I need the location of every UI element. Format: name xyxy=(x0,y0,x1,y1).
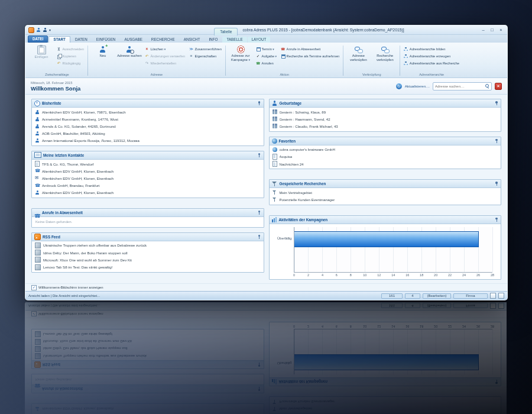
contextual-tab-group[interactable]: Tabelle xyxy=(214,28,238,35)
zusammenfuehren-button[interactable]: Zusammenführen xyxy=(188,46,223,52)
refresh-label[interactable]: Aktualisieren.... xyxy=(405,84,430,88)
list-item[interactable]: Annan International Exports Rossija, Лоп… xyxy=(33,137,262,144)
welcome-screen-checkbox[interactable]: ✓ xyxy=(31,285,37,290)
panel-header-kampagnen[interactable]: Aktivitäten der Kampagnen xyxy=(270,216,501,224)
pin-icon[interactable] xyxy=(257,234,261,239)
adresse-verknuepfen-button[interactable]: Adresse verknüpfen xyxy=(346,44,371,62)
ribbon-tab-tabelle[interactable]: TABELLE xyxy=(222,37,246,43)
panel-header-recherchen[interactable]: Gespeicherte Recherchen xyxy=(270,180,501,188)
ribbon-tab-recherche[interactable]: RECHERCHE xyxy=(147,37,179,43)
list-item[interactable]: Microsoft: Xbox One wird wohl ab Sommer … xyxy=(33,256,262,263)
address-search-input[interactable] xyxy=(435,85,484,88)
anrufen-button[interactable]: Anrufen xyxy=(255,60,278,66)
termin-button[interactable]: Termin xyxy=(255,46,278,52)
panel-header-bisherliste[interactable]: Bisherliste xyxy=(32,99,264,108)
recherche-als-termine-button[interactable]: Recherche als Termine aufnehmen xyxy=(280,53,340,59)
list-item[interactable]: Altenkirchen EDV GmbH, Klonen, Eisenbach xyxy=(33,174,262,182)
list-item[interactable]: Gestern : Claudio, Frank Michael, 43 xyxy=(271,122,500,130)
recherchen-list: Mein VertriebsgebietPotenzielle Kunden E… xyxy=(270,188,501,204)
panel-header-kontakte[interactable]: Meine letzten Kontakte xyxy=(32,151,264,160)
list-item[interactable]: Arzneimittel Ruexmann, Kronberg, 14776, … xyxy=(33,115,262,122)
pin-icon[interactable] xyxy=(257,101,261,106)
list-item[interactable]: Altenkirchen EDV GmbH, Klonen, Eisenbach xyxy=(33,167,262,174)
list-item[interactable]: Altenkirchen EDV GmbH, Klonen, 79871, Ei… xyxy=(33,108,262,115)
pin-icon[interactable] xyxy=(494,101,498,106)
search-icon[interactable] xyxy=(485,84,489,89)
adresshierarchie-bilden-button[interactable]: Adresshierarchie bilden xyxy=(403,46,460,52)
adresse-zur-kampagne-button[interactable]: Adresse zur Kampagne xyxy=(228,44,253,62)
layout-mode-icon[interactable] xyxy=(498,293,504,299)
list-item[interactable]: Potenzielle Kunden Eventmanager xyxy=(271,196,500,203)
person-blue-icon xyxy=(35,117,40,121)
pin-icon[interactable] xyxy=(257,210,261,215)
list-item[interactable]: Idriss Déby: Der Mann, der Boko Haram st… xyxy=(33,249,262,256)
wiederherstellen-button[interactable]: Wiederherstellen xyxy=(144,60,186,66)
ribbon-tab-daten[interactable]: DATEN xyxy=(71,37,92,43)
refresh-icon[interactable]: ↻ xyxy=(396,83,402,89)
status-cell-selection-count[interactable]: 4 xyxy=(405,293,420,299)
aenderungen-verwerfen-button[interactable]: Änderungen verwerfen xyxy=(144,53,186,59)
ribbon-tab-info[interactable]: INFO xyxy=(205,37,222,43)
list-item[interactable]: Gestern : Haarmann, Svend, 42 xyxy=(271,115,500,122)
status-cell-level[interactable]: Firma xyxy=(453,293,488,299)
list-item[interactable]: Gestern : Schwing, Klaus, 89 xyxy=(271,108,500,115)
list-item[interactable]: Nachrichten 24 xyxy=(271,160,500,167)
new-address-qat-icon[interactable] xyxy=(36,28,41,33)
list-item[interactable]: Ukrainische Truppen ziehen sich offenbar… xyxy=(33,242,262,249)
greeting: Willkommen Sonja xyxy=(31,85,80,92)
ausschneiden-button[interactable]: Ausschneiden xyxy=(56,46,85,52)
aenderungen-verwerfen-label: Änderungen verwerfen xyxy=(150,54,185,58)
neu-button[interactable]: + Neu xyxy=(90,44,115,58)
list-item[interactable]: TFS & Co. KG, Thomé, Wendorf xyxy=(33,160,262,167)
list-item[interactable]: Arends & Co. KG, Solander, 44265, Dortmu… xyxy=(33,122,262,130)
doc-icon xyxy=(273,161,277,167)
anrufe-in-abwesenheit-button[interactable]: Anrufe in Abwesenheit xyxy=(280,46,340,52)
status-cell-mode[interactable]: (Bearbeiten) xyxy=(423,293,451,299)
chart-x-tick-label: 24 xyxy=(462,273,466,277)
ribbon-tab-layout[interactable]: LAYOUT xyxy=(248,37,271,43)
einfuegen-button[interactable]: Einfügen xyxy=(29,44,54,59)
list-item[interactable]: Ambrock GmbH, Brandau, Frankfurt xyxy=(33,182,262,189)
view-mode-icon[interactable] xyxy=(490,293,496,299)
adresshierarchie-erzeugen-button[interactable]: Adresshierarchie erzeugen xyxy=(403,53,460,59)
adresse-suchen-button[interactable]: Adresse suchen xyxy=(117,44,142,58)
list-item[interactable]: Altenkirchen EDV GmbH, Klonen, Eisenbach xyxy=(33,189,262,196)
aufgabe-button[interactable]: ✓Aufgabe xyxy=(255,53,278,59)
rueckgaengig-button[interactable]: Rückgängig xyxy=(56,60,85,66)
panel-header-favoriten[interactable]: Favoriten xyxy=(270,137,501,145)
panel-letzte-kontakte: Meine letzten Kontakte TFS & Co. KG, Tho… xyxy=(31,151,264,198)
adresshierarchie-aus-recherche-button[interactable]: Adresshierarchie aus Recherche xyxy=(403,60,460,66)
loeschen-button[interactable]: Löschen xyxy=(144,46,186,52)
qat-dropdown-icon[interactable]: ▾ xyxy=(49,28,51,32)
panel-header-rss[interactable]: RSS Feed xyxy=(32,233,264,241)
close-welcome-button[interactable]: × xyxy=(495,83,502,90)
list-item[interactable]: Mein Vertriebsgebiet xyxy=(271,189,500,196)
close-button[interactable]: × xyxy=(498,27,504,33)
pin-icon[interactable] xyxy=(494,138,498,143)
panel-header-anrufe[interactable]: Anrufe in Abwesenheit xyxy=(32,209,264,217)
minimize-button[interactable]: – xyxy=(480,27,486,33)
panel-header-geburtstage[interactable]: Geburtstage xyxy=(270,99,501,108)
pin-icon[interactable] xyxy=(494,217,498,222)
list-item[interactable]: Acquisa xyxy=(271,153,500,160)
eigenschaften-button[interactable]: Eigenschaften xyxy=(188,53,223,59)
list-item[interactable]: cobra computer's brainware GmbH xyxy=(271,146,500,153)
recherche-verknuepfen-button[interactable]: Recherche verknüpfen xyxy=(372,44,397,62)
ribbon-tab-ansicht[interactable]: ANSICHT xyxy=(180,37,205,43)
kopieren-button[interactable]: Kopieren xyxy=(56,53,85,59)
app-icon[interactable] xyxy=(28,27,34,33)
list-item[interactable]: AOB GmbH, Blauhöfer, 84503, Altötting xyxy=(33,130,262,137)
search-address-qat-icon[interactable] xyxy=(43,28,47,33)
scissors-icon xyxy=(57,47,61,51)
group-separator xyxy=(343,46,343,76)
pin-icon[interactable] xyxy=(257,153,261,157)
pin-icon[interactable] xyxy=(494,182,498,186)
restore-button[interactable]: □ xyxy=(489,27,495,33)
list-item[interactable]: Lenovo Tab S8 im Test: Das stinkt gewalt… xyxy=(33,263,262,270)
ribbon-tab-datei[interactable]: DATEI xyxy=(28,35,48,43)
ribbon-tab-start[interactable]: START xyxy=(48,36,70,43)
group-label-zwischenablage: Zwischenablage xyxy=(29,72,85,77)
status-cell-record-count[interactable]: 161 xyxy=(381,293,403,299)
ribbon-tab-ausgabe[interactable]: AUSGABE xyxy=(120,37,146,43)
ribbon-tab-einfügen[interactable]: EINFÜGEN xyxy=(92,37,120,43)
